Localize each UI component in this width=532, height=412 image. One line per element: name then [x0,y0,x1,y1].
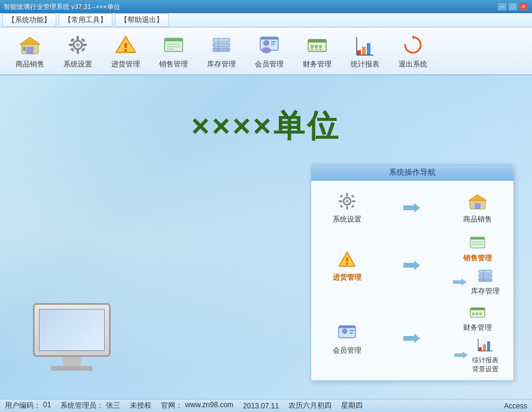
report-icon [353,33,377,57]
website-value: www.zn98.com [185,401,233,411]
svg-rect-41 [357,50,361,55]
nav-finance-label: 财务管理 [463,323,492,333]
computer-screen [39,309,105,351]
nav-item-finance[interactable]: 财务管理 [461,302,494,334]
system-settings-label: 系统设置 [63,59,92,69]
nav-report-bg-icon [477,337,494,353]
toolbar-stat-report[interactable]: 统计报表 [341,31,389,71]
nav-item-report-bg[interactable]: 综计报表背景设置 [470,335,501,374]
computer-stand [63,357,81,366]
toolbar-member-mgmt[interactable]: 会员管理 [245,31,293,71]
svg-rect-35 [311,45,314,48]
svg-rect-72 [479,274,492,277]
nav-settings-icon [336,190,358,212]
svg-rect-82 [470,308,485,310]
svg-rect-7 [77,50,79,54]
menu-bar: 【系统功能】 【常用工具】 【帮助退出】 [0,13,532,28]
svg-rect-17 [124,49,127,51]
member-mgmt-label: 会员管理 [255,59,284,69]
nav-item-sales[interactable]: 销售管理 [461,233,494,265]
svg-rect-38 [311,49,314,50]
svg-rect-23 [213,38,230,42]
lunar-value: 农历六月初四 [288,401,332,411]
svg-rect-54 [351,195,355,198]
menu-help-exit[interactable]: 【帮助退出】 [115,13,169,27]
status-lunar: 农历六月初四 [288,401,332,411]
svg-point-28 [263,40,269,46]
svg-rect-84 [476,313,478,315]
status-weekday: 星期四 [341,401,363,411]
stat-report-label: 统计报表 [351,59,379,69]
maximize-button[interactable]: □ [508,2,518,11]
nav-item-shop[interactable]: 商品销售 [447,187,507,228]
status-date: 2013.07.11 [243,402,279,410]
svg-rect-55 [340,205,343,208]
minimize-button[interactable]: ─ [497,2,507,11]
title-bar: 智能玻璃行业管理系统 v37.31--×××单位 ─ □ ✕ [0,0,532,13]
window-controls: ─ □ ✕ [497,2,528,11]
sales-icon [162,33,186,57]
svg-rect-6 [77,36,79,40]
svg-rect-19 [165,38,183,41]
nav-item-member[interactable]: 会员管理 [317,302,378,374]
svg-rect-42 [362,47,366,55]
toolbar-shop-sales[interactable]: 商品销售 [6,31,54,71]
menu-common-tools[interactable]: 【常用工具】 [59,13,113,27]
svg-rect-88 [483,344,486,351]
computer-monitor [33,303,111,357]
toolbar-system-settings[interactable]: 系统设置 [54,31,102,71]
nav-panel-title: 系统操作导航 [311,165,513,181]
nav-inventory-label: 库存管理 [471,286,500,296]
svg-rect-25 [213,48,230,51]
settings-icon [66,33,90,57]
nav-grid: 系统设置 商品销售 [311,181,513,380]
toolbar: 商品销售 系统设置 [0,28,532,75]
nav-item-settings[interactable]: 系统设置 [317,187,378,228]
svg-rect-10 [70,38,74,42]
svg-marker-80 [403,334,420,343]
svg-marker-46 [413,35,415,40]
svg-rect-64 [346,263,348,265]
nav-settings-label: 系统设置 [333,214,361,225]
toolbar-exit-system[interactable]: 退出系统 [389,31,437,71]
toolbar-inventory-mgmt[interactable]: 库存管理 [197,31,245,71]
svg-rect-36 [315,45,318,48]
nav-finance-icon [469,304,486,320]
svg-rect-67 [470,237,485,240]
weekday-value: 星期四 [341,401,363,411]
svg-marker-1 [20,37,40,44]
svg-point-48 [346,200,349,203]
svg-marker-86 [454,352,468,359]
computer-base [51,366,93,371]
member-icon [257,33,281,57]
svg-rect-3 [23,47,26,51]
exit-icon [401,33,425,57]
nav-item-purchase[interactable]: 进货管理 [317,233,378,298]
svg-rect-79 [349,332,353,334]
main-content: ××××单位 系统操作导航 [0,75,532,399]
svg-rect-51 [339,201,342,202]
svg-rect-77 [339,326,355,328]
svg-rect-73 [479,278,492,281]
nav-item-inventory[interactable]: 库存管理 [469,266,502,298]
user-code-label: 用户编码： [5,401,41,411]
svg-rect-60 [475,203,481,209]
svg-rect-52 [352,201,355,202]
nav-arrow-2 [382,233,443,298]
svg-rect-87 [479,347,482,351]
user-name-value: 张三 [106,401,120,411]
svg-rect-11 [81,38,85,42]
toolbar-sales-mgmt[interactable]: 销售管理 [150,31,197,71]
shop-sales-label: 商品销售 [16,59,44,69]
svg-point-5 [76,43,80,47]
menu-system-func[interactable]: 【系统功能】 [2,13,56,27]
toolbar-purchase-mgmt[interactable]: 进货管理 [102,31,150,71]
svg-rect-40 [319,49,322,50]
shop-icon [18,33,42,57]
svg-rect-43 [367,43,370,55]
svg-rect-56 [351,205,355,208]
svg-rect-83 [472,313,475,315]
close-button[interactable]: ✕ [519,2,528,11]
website-label: 官网： [161,401,183,411]
toolbar-finance-mgmt[interactable]: 财务管理 [293,31,341,71]
